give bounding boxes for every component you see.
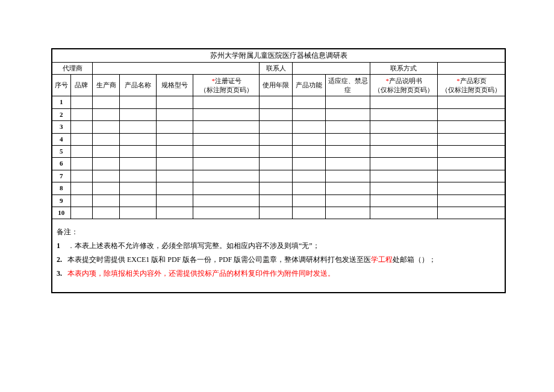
cell [370, 96, 437, 108]
cell [260, 145, 293, 157]
cell [193, 121, 260, 133]
note-2: 2. 本表提交时需提供 EXCE1 版和 PDF 版各一份，PDF 版需公司盖章… [57, 253, 500, 267]
form-table: 苏州大学附属儿童医院医疗器械信息调研表 代理商 联系人 联系方式 序号 品牌 生… [52, 49, 505, 293]
cell [120, 145, 157, 157]
cell [326, 182, 370, 194]
col-manual: *产品说明书 （仅标注附页页码） [370, 75, 437, 96]
cell [157, 207, 193, 219]
phone-label: 联系方式 [370, 63, 437, 75]
cell [70, 170, 93, 182]
note-3: 3. 本表内项，除填报相关内容外，还需提供投标产品的材料复印件作为附件同时发送。 [57, 267, 500, 281]
contact-value [293, 63, 370, 75]
cell [93, 170, 120, 182]
cell [370, 182, 437, 194]
cell [293, 145, 326, 157]
cell [157, 96, 193, 108]
cell [193, 207, 260, 219]
cell [93, 133, 120, 145]
cell [193, 158, 260, 170]
cell [437, 145, 505, 157]
form-container: 苏州大学附属儿童医院医疗器械信息调研表 代理商 联系人 联系方式 序号 品牌 生… [51, 48, 506, 293]
cell [293, 121, 326, 133]
col-product: 产品名称 [120, 75, 157, 96]
cell [157, 182, 193, 194]
cell [157, 121, 193, 133]
cell [326, 207, 370, 219]
row-num: 9 [52, 194, 71, 207]
cell [370, 108, 437, 120]
phone-value [437, 63, 505, 75]
cell [193, 182, 260, 194]
cell [326, 133, 370, 145]
cell [370, 133, 437, 145]
cell [93, 121, 120, 133]
row-num: 10 [52, 207, 71, 219]
cell [157, 145, 193, 157]
agent-label: 代理商 [52, 63, 93, 75]
cell [70, 133, 93, 145]
cell [326, 194, 370, 207]
col-brand: 品牌 [70, 75, 93, 96]
notes-head: 备注： [57, 225, 500, 239]
cell [370, 145, 437, 157]
cell [120, 194, 157, 207]
cell [293, 182, 326, 194]
row-num: 2 [52, 108, 71, 120]
cell [120, 207, 157, 219]
col-brochure: *产品彩页 （仅标注附页页码） [437, 75, 505, 96]
col-cert: *注册证号 （标注附页页码） [193, 75, 260, 96]
cell [70, 158, 93, 170]
cell [370, 207, 437, 219]
cell [293, 96, 326, 108]
cell [260, 194, 293, 207]
cell [93, 194, 120, 207]
cell [70, 108, 93, 120]
cell [193, 133, 260, 145]
cell [70, 96, 93, 108]
cell [370, 158, 437, 170]
cell [193, 96, 260, 108]
cell [260, 158, 293, 170]
cell [157, 133, 193, 145]
cell [193, 108, 260, 120]
cell [437, 158, 505, 170]
note-1: 1 ．本表上述表格不允许修改，必须全部填写完整。如相应内容不涉及则填“无”； [57, 239, 500, 253]
col-maker: 生产商 [93, 75, 120, 96]
row-num: 5 [52, 145, 71, 157]
notes-block: 备注： 1 ．本表上述表格不允许修改，必须全部填写完整。如相应内容不涉及则填“无… [54, 220, 503, 291]
cell [326, 96, 370, 108]
cell [326, 170, 370, 182]
cell [157, 158, 193, 170]
cell [193, 170, 260, 182]
cell [120, 121, 157, 133]
col-life: 使用年限 [260, 75, 293, 96]
cell [70, 121, 93, 133]
cell [293, 108, 326, 120]
cell [120, 133, 157, 145]
cell [193, 145, 260, 157]
cell [120, 182, 157, 194]
cell [120, 158, 157, 170]
cell [93, 108, 120, 120]
cell [437, 170, 505, 182]
cell [437, 121, 505, 133]
row-num: 1 [52, 96, 71, 108]
col-model: 规格型号 [157, 75, 193, 96]
cell [326, 121, 370, 133]
cell [157, 108, 193, 120]
cell [370, 194, 437, 207]
cell [70, 194, 93, 207]
cell [326, 108, 370, 120]
cell [260, 133, 293, 145]
cell [157, 194, 193, 207]
cell [437, 182, 505, 194]
cell [293, 207, 326, 219]
cell [93, 182, 120, 194]
cell [437, 207, 505, 219]
cell [70, 207, 93, 219]
cell [260, 108, 293, 120]
cell [260, 182, 293, 194]
cell [293, 194, 326, 207]
row-num: 8 [52, 182, 71, 194]
cell [93, 207, 120, 219]
